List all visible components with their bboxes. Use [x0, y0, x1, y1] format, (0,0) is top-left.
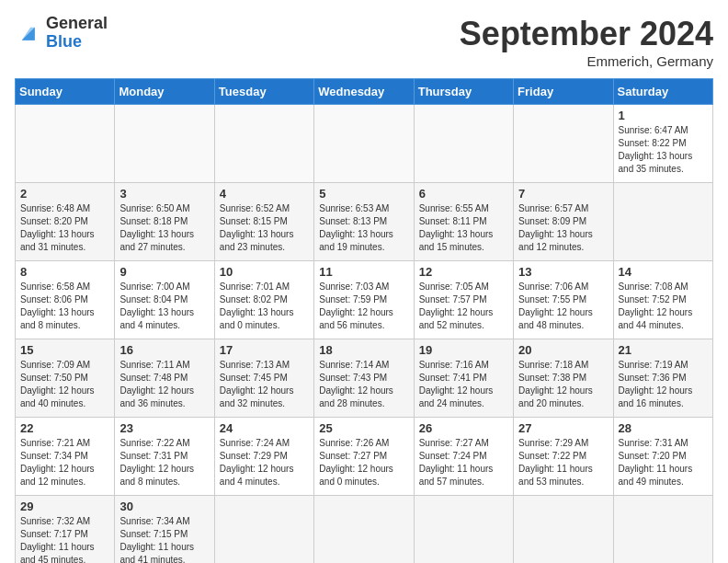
col-sunday: Sunday: [16, 79, 115, 105]
cell-info: Sunrise: 7:03 AMSunset: 7:59 PMDaylight:…: [319, 282, 393, 330]
cell-info: Sunrise: 6:48 AMSunset: 8:20 PMDaylight:…: [20, 203, 95, 252]
day-number: 30: [119, 500, 209, 513]
day-number: 13: [518, 265, 608, 279]
logo-text: General Blue: [46, 15, 108, 52]
table-row: 11Sunrise: 7:03 AMSunset: 7:59 PMDayligh…: [314, 261, 414, 339]
day-number: 23: [119, 421, 209, 435]
cell-info: Sunrise: 7:26 AMSunset: 7:27 PMDaylight:…: [319, 438, 393, 487]
cell-info: Sunrise: 7:16 AMSunset: 7:41 PMDaylight:…: [419, 360, 494, 408]
day-number: 11: [319, 265, 408, 279]
cell-info: Sunrise: 7:06 AMSunset: 7:55 PMDaylight:…: [518, 282, 593, 330]
logo-general: General: [46, 15, 108, 33]
table-row: 28Sunrise: 7:31 AMSunset: 7:20 PMDayligh…: [613, 418, 712, 496]
day-number: 7: [518, 187, 608, 201]
table-row: 18Sunrise: 7:14 AMSunset: 7:43 PMDayligh…: [314, 339, 414, 418]
calendar-week-4: 15Sunrise: 7:09 AMSunset: 7:50 PMDayligh…: [16, 339, 713, 418]
day-number: 21: [619, 343, 708, 357]
col-thursday: Thursday: [414, 79, 513, 105]
day-number: 9: [119, 265, 209, 279]
table-row: [314, 496, 414, 564]
table-row: 8Sunrise: 6:58 AMSunset: 8:06 PMDaylight…: [16, 261, 115, 339]
cell-info: Sunrise: 6:57 AMSunset: 8:09 PMDaylight:…: [518, 203, 593, 252]
table-row: [414, 105, 513, 183]
day-number: 26: [419, 421, 508, 435]
cell-info: Sunrise: 7:19 AMSunset: 7:36 PMDaylight:…: [619, 360, 693, 408]
table-row: 20Sunrise: 7:18 AMSunset: 7:38 PMDayligh…: [514, 339, 613, 418]
cell-info: Sunrise: 6:53 AMSunset: 8:13 PMDaylight:…: [319, 203, 393, 252]
cell-info: Sunrise: 6:50 AMSunset: 8:18 PMDaylight:…: [119, 203, 194, 252]
day-number: 29: [20, 500, 109, 513]
cell-info: Sunrise: 7:31 AMSunset: 7:20 PMDaylight:…: [619, 438, 693, 487]
table-row: 19Sunrise: 7:16 AMSunset: 7:41 PMDayligh…: [414, 339, 513, 418]
cell-info: Sunrise: 7:32 AMSunset: 7:17 PMDaylight:…: [20, 516, 95, 563]
table-row: 10Sunrise: 7:01 AMSunset: 8:02 PMDayligh…: [214, 261, 313, 339]
table-row: 30Sunrise: 7:34 AMSunset: 7:15 PMDayligh…: [115, 496, 214, 564]
day-number: 2: [20, 187, 109, 201]
day-number: 20: [518, 343, 608, 357]
page-header: General Blue September 2024 Emmerich, Ge…: [15, 15, 713, 69]
table-row: 2Sunrise: 6:48 AMSunset: 8:20 PMDaylight…: [16, 183, 115, 261]
table-row: 22Sunrise: 7:21 AMSunset: 7:34 PMDayligh…: [16, 418, 115, 496]
calendar-week-1: 1Sunrise: 6:47 AMSunset: 8:22 PMDaylight…: [16, 105, 713, 183]
cell-info: Sunrise: 7:00 AMSunset: 8:04 PMDaylight:…: [119, 282, 194, 330]
svg-marker-1: [22, 28, 35, 40]
cell-info: Sunrise: 7:21 AMSunset: 7:34 PMDaylight:…: [20, 438, 95, 487]
day-number: 28: [619, 421, 708, 435]
cell-info: Sunrise: 7:14 AMSunset: 7:43 PMDaylight:…: [319, 360, 393, 408]
day-number: 14: [619, 265, 708, 279]
calendar-week-3: 8Sunrise: 6:58 AMSunset: 8:06 PMDaylight…: [16, 261, 713, 339]
col-wednesday: Wednesday: [314, 79, 414, 105]
table-row: 9Sunrise: 7:00 AMSunset: 8:04 PMDaylight…: [115, 261, 214, 339]
table-row: 3Sunrise: 6:50 AMSunset: 8:18 PMDaylight…: [115, 183, 214, 261]
day-number: 5: [319, 187, 408, 201]
day-number: 12: [419, 265, 508, 279]
calendar-week-6: 29Sunrise: 7:32 AMSunset: 7:17 PMDayligh…: [16, 496, 713, 564]
table-row: [514, 496, 613, 564]
table-row: 21Sunrise: 7:19 AMSunset: 7:36 PMDayligh…: [613, 339, 712, 418]
cell-info: Sunrise: 7:34 AMSunset: 7:15 PMDaylight:…: [119, 516, 194, 563]
header-row: Sunday Monday Tuesday Wednesday Thursday…: [16, 79, 713, 105]
table-row: [214, 105, 313, 183]
cell-info: Sunrise: 7:18 AMSunset: 7:38 PMDaylight:…: [518, 360, 593, 408]
col-monday: Monday: [115, 79, 214, 105]
day-number: 25: [319, 421, 408, 435]
table-row: 15Sunrise: 7:09 AMSunset: 7:50 PMDayligh…: [16, 339, 115, 418]
table-row: 17Sunrise: 7:13 AMSunset: 7:45 PMDayligh…: [214, 339, 313, 418]
table-row: [214, 496, 313, 564]
table-row: 16Sunrise: 7:11 AMSunset: 7:48 PMDayligh…: [115, 339, 214, 418]
day-number: 24: [220, 421, 309, 435]
cell-info: Sunrise: 7:01 AMSunset: 8:02 PMDaylight:…: [220, 282, 294, 330]
table-row: 27Sunrise: 7:29 AMSunset: 7:22 PMDayligh…: [514, 418, 613, 496]
day-number: 16: [119, 343, 209, 357]
day-number: 1: [619, 109, 708, 122]
cell-info: Sunrise: 7:08 AMSunset: 7:52 PMDaylight:…: [619, 282, 693, 330]
cell-info: Sunrise: 7:29 AMSunset: 7:22 PMDaylight:…: [518, 438, 593, 487]
cell-info: Sunrise: 6:47 AMSunset: 8:22 PMDaylight:…: [619, 125, 693, 174]
day-number: 8: [20, 265, 109, 279]
table-row: 5Sunrise: 6:53 AMSunset: 8:13 PMDaylight…: [314, 183, 414, 261]
calendar-table: Sunday Monday Tuesday Wednesday Thursday…: [15, 78, 713, 563]
cell-info: Sunrise: 6:52 AMSunset: 8:15 PMDaylight:…: [220, 203, 294, 252]
day-number: 6: [419, 187, 508, 201]
table-row: 7Sunrise: 6:57 AMSunset: 8:09 PMDaylight…: [514, 183, 613, 261]
logo: General Blue: [15, 15, 108, 52]
table-row: 6Sunrise: 6:55 AMSunset: 8:11 PMDaylight…: [414, 183, 513, 261]
day-number: 10: [220, 265, 309, 279]
table-row: [16, 105, 115, 183]
cell-info: Sunrise: 7:11 AMSunset: 7:48 PMDaylight:…: [119, 360, 194, 408]
table-row: 24Sunrise: 7:24 AMSunset: 7:29 PMDayligh…: [214, 418, 313, 496]
col-saturday: Saturday: [613, 79, 712, 105]
logo-blue: Blue: [46, 33, 108, 52]
calendar-week-2: 2Sunrise: 6:48 AMSunset: 8:20 PMDaylight…: [16, 183, 713, 261]
cell-info: Sunrise: 7:24 AMSunset: 7:29 PMDaylight:…: [220, 438, 294, 487]
day-number: 22: [20, 421, 109, 435]
table-row: [613, 496, 712, 564]
col-friday: Friday: [514, 79, 613, 105]
table-row: 1Sunrise: 6:47 AMSunset: 8:22 PMDaylight…: [613, 105, 712, 183]
day-number: 19: [419, 343, 508, 357]
table-row: 23Sunrise: 7:22 AMSunset: 7:31 PMDayligh…: [115, 418, 214, 496]
col-tuesday: Tuesday: [214, 79, 313, 105]
table-row: 4Sunrise: 6:52 AMSunset: 8:15 PMDaylight…: [214, 183, 313, 261]
table-row: [115, 105, 214, 183]
logo-icon: [15, 20, 40, 46]
